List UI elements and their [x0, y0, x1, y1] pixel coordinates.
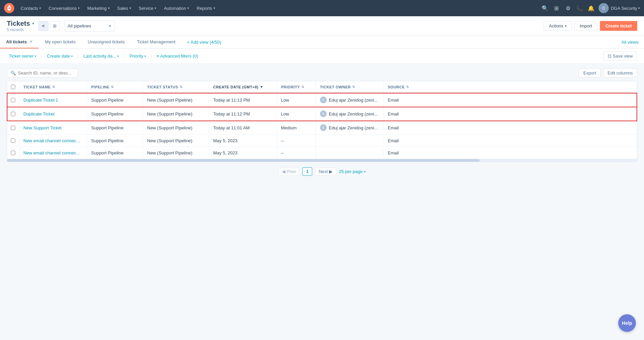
tab-my-open-tickets[interactable]: My open tickets [39, 36, 81, 48]
sort-icon[interactable]: ⇅ [180, 85, 183, 89]
ticket-name-link[interactable]: New email channel connec... [23, 150, 80, 155]
ticket-name-link[interactable]: Duplicate Ticket [23, 111, 55, 116]
actions-button[interactable]: Actions ▾ [544, 21, 572, 31]
sort-icon[interactable]: ⇅ [111, 85, 114, 89]
row-select-checkbox[interactable] [11, 98, 15, 102]
table-row: New email channel connec... Support Pipe… [7, 147, 637, 159]
topnav-menu: Contacts▾ Conversations▾ Marketing▾ Sale… [17, 0, 540, 16]
content-area: 🔍 Export Edit columns Ticket Name ⇅ Pipe… [0, 64, 644, 186]
marketplace-icon[interactable]: ⊞ [551, 3, 562, 14]
filter-last-activity[interactable]: Last activity da... ▾ [81, 52, 121, 60]
td-pipeline: Support Pipeline [87, 94, 143, 106]
hubspot-logo[interactable] [4, 3, 14, 13]
row-select-checkbox[interactable] [11, 126, 15, 130]
td-pipeline: Support Pipeline [87, 135, 143, 147]
nav-marketing[interactable]: Marketing▾ [83, 0, 113, 16]
nav-sales[interactable]: Sales▾ [114, 0, 135, 16]
search-box: 🔍 [7, 68, 78, 78]
td-priority: -- [277, 147, 316, 159]
add-view-button[interactable]: + Add view (4/50) [182, 36, 227, 48]
nav-automation[interactable]: Automation▾ [160, 0, 193, 16]
td-source: Email [384, 135, 418, 147]
filter-caret-icon: ▾ [117, 55, 119, 58]
settings-icon[interactable]: ⚙ [563, 3, 573, 14]
select-all-checkbox[interactable] [11, 85, 15, 89]
tickets-table: Ticket Name ⇅ Pipeline ⇅ Ticket Status ⇅… [7, 81, 637, 162]
filter-advanced[interactable]: ≡ Advanced filters (0) [155, 52, 200, 60]
tab-ticket-management[interactable]: Ticket Management [131, 36, 182, 48]
td-status: New (Support Pipeline) [143, 94, 209, 106]
current-page: 1 [302, 167, 312, 176]
row-select-checkbox[interactable] [11, 112, 15, 116]
td-status: New (Support Pipeline) [143, 122, 209, 134]
td-ticket-name: New Support Ticket [19, 122, 87, 134]
filter-caret-icon: ▾ [71, 55, 73, 58]
all-views-button[interactable]: All views [616, 36, 644, 48]
sort-icon[interactable]: ⇅ [52, 85, 55, 89]
page-title: Tickets [7, 20, 30, 27]
nav-service[interactable]: Service▾ [135, 0, 160, 16]
topnav-icons: 🔍 ⊞ ⚙ 📞 🔔 D DGA Security▾ [540, 3, 640, 14]
save-view-area: ⊡ Save view [603, 51, 637, 61]
td-owner [316, 150, 384, 156]
row-select-checkbox[interactable] [11, 139, 15, 143]
row-checkbox [7, 122, 19, 133]
prev-page-button[interactable]: ◀ Prev [278, 167, 300, 176]
filters-bar: Ticket owner ▾ | Create date ▾ | Last ac… [0, 49, 644, 64]
horizontal-scrollbar[interactable] [7, 159, 637, 162]
page-toolbar: Tickets ▾ 5 records ≡ ⊞ All pipelines ▾ … [0, 16, 644, 36]
phone-icon[interactable]: 📞 [574, 3, 585, 14]
notifications-icon[interactable]: 🔔 [586, 3, 597, 14]
grid-view-button[interactable]: ⊞ [50, 21, 60, 31]
actions-dropdown-icon: ▾ [565, 24, 567, 28]
filter-create-date[interactable]: Create date ▾ [45, 52, 75, 60]
per-page-selector[interactable]: 25 per page ▾ [339, 169, 365, 174]
nav-reports[interactable]: Reports▾ [193, 0, 219, 16]
tab-unassigned-tickets[interactable]: Unassigned tickets [82, 36, 131, 48]
ticket-name-link[interactable]: New Support Ticket [23, 125, 62, 130]
toolbar-right-actions: Actions ▾ Import Create ticket [544, 21, 637, 31]
td-create-date: Today at 11:13 PM [209, 94, 277, 106]
search-icon: 🔍 [11, 70, 16, 76]
nav-contacts[interactable]: Contacts▾ [17, 0, 45, 16]
edit-columns-button[interactable]: Edit columns [603, 68, 637, 78]
td-pipeline: Support Pipeline [87, 108, 143, 120]
export-button[interactable]: Export [579, 68, 601, 78]
ticket-name-link[interactable]: New email channel connec... [23, 138, 80, 143]
owner-avatar-icon: E [320, 124, 327, 131]
list-view-button[interactable]: ≡ [38, 21, 48, 31]
td-owner: E Eduj ajar Zenidog (zeni... [316, 93, 384, 107]
sort-icon[interactable]: ⇅ [406, 85, 409, 89]
td-create-date: May 5, 2023 [209, 147, 277, 159]
td-source: Email [384, 122, 418, 134]
user-name[interactable]: DGA Security▾ [611, 6, 640, 11]
tab-all-tickets[interactable]: All tickets ✕ [0, 36, 39, 48]
scroll-thumb[interactable] [7, 159, 480, 162]
search-input[interactable] [18, 70, 74, 76]
td-priority: Medium [277, 122, 316, 134]
td-priority: Low [277, 108, 316, 120]
save-view-button[interactable]: ⊡ Save view [603, 51, 637, 61]
table-row: New email channel connec... Support Pipe… [7, 135, 637, 147]
sort-icon[interactable]: ⇅ [352, 85, 355, 89]
title-dropdown-icon[interactable]: ▾ [32, 21, 34, 26]
ticket-name-link[interactable]: Duplicate Ticket 1 [23, 98, 58, 103]
filter-priority[interactable]: Priority ▾ [127, 52, 148, 60]
filter-ticket-owner[interactable]: Ticket owner ▾ [7, 52, 38, 60]
sort-active-icon[interactable]: ▼ [260, 85, 263, 89]
row-select-checkbox[interactable] [11, 151, 15, 155]
next-page-button[interactable]: Next ▶ [315, 167, 336, 176]
row-checkbox [7, 147, 19, 158]
th-pipeline: Pipeline ⇅ [87, 81, 143, 92]
user-avatar[interactable]: D [599, 3, 609, 13]
sort-icon[interactable]: ⇅ [301, 85, 304, 89]
nav-conversations[interactable]: Conversations▾ [45, 0, 83, 16]
td-ticket-name: Duplicate Ticket 1 [19, 94, 87, 106]
tab-close-icon[interactable]: ✕ [29, 40, 33, 44]
search-icon[interactable]: 🔍 [540, 3, 550, 14]
pipeline-selector[interactable]: All pipelines ▾ [64, 21, 115, 31]
tabs-bar: All tickets ✕ My open tickets Unassigned… [0, 36, 644, 49]
import-button[interactable]: Import [575, 21, 597, 31]
create-ticket-button[interactable]: Create ticket [600, 21, 637, 31]
td-pipeline: Support Pipeline [87, 147, 143, 159]
